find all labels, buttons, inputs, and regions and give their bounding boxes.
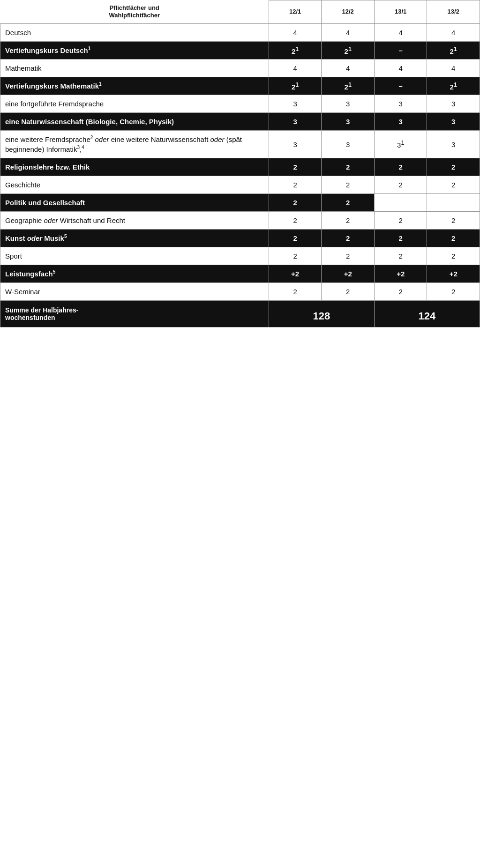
table-row: eine Naturwissenschaft (Biologie, Chemie… [0, 113, 480, 131]
table-row: Deutsch4444 [0, 24, 480, 42]
subject-cell: eine fortgeführte Fremdsprache [0, 95, 269, 113]
subject-cell: W-Seminar [0, 283, 269, 301]
value-cell: 2 [269, 194, 322, 212]
value-cell: 4 [322, 59, 375, 77]
value-cell: 4 [374, 24, 427, 42]
subject-cell: Kunst oder Musik5 [0, 230, 269, 247]
subject-cell: Sport [0, 247, 269, 265]
value-cell: 2 [374, 212, 427, 230]
subject-cell: eine Naturwissenschaft (Biologie, Chemie… [0, 113, 269, 131]
term-header-12-1: 12/1 [269, 0, 322, 24]
value-cell: 2 [269, 176, 322, 194]
table-row: Vertiefungskurs Deutsch12121–21 [0, 42, 480, 59]
value-cell: 2 [427, 176, 480, 194]
subject-cell: Geographie oder Wirtschaft und Recht [0, 212, 269, 230]
value-cell: 3 [427, 131, 480, 158]
value-cell: 2 [322, 230, 375, 247]
table-row: Leistungsfach5+2+2+2+2 [0, 265, 480, 283]
table-row: Religionslehre bzw. Ethik2222 [0, 158, 480, 176]
value-cell: 2 [427, 247, 480, 265]
value-cell: 21 [427, 42, 480, 59]
value-cell: 31 [374, 131, 427, 158]
table-row: eine weitere Fremdsprache2 oder eine wei… [0, 131, 480, 158]
subject-cell: eine weitere Fremdsprache2 oder eine wei… [0, 131, 269, 158]
term-header-13-2: 13/2 [427, 0, 480, 24]
value-cell: 2 [374, 230, 427, 247]
value-cell: 2 [269, 212, 322, 230]
table-row: Kunst oder Musik52222 [0, 230, 480, 247]
value-cell: +2 [427, 265, 480, 283]
value-cell: 3 [427, 95, 480, 113]
table-row: Mathematik4444 [0, 59, 480, 77]
value-cell: 3 [269, 131, 322, 158]
value-cell: 4 [374, 59, 427, 77]
value-cell: 3 [269, 95, 322, 113]
value-cell: 4 [322, 24, 375, 42]
value-cell: +2 [269, 265, 322, 283]
value-cell: 21 [427, 77, 480, 95]
value-cell: 2 [269, 247, 322, 265]
value-cell: – [374, 42, 427, 59]
table-row: Vertiefungskurs Mathematik12121–21 [0, 77, 480, 95]
value-cell: 2 [269, 283, 322, 301]
value-cell: 3 [269, 113, 322, 131]
term-header-12-2: 12/2 [322, 0, 375, 24]
value-cell: 3 [322, 95, 375, 113]
table-row: W-Seminar2222 [0, 283, 480, 301]
value-cell: 3 [427, 113, 480, 131]
value-cell: 2 [322, 158, 375, 176]
value-cell: 2 [269, 158, 322, 176]
value-cell: – [374, 77, 427, 95]
value-cell: 4 [427, 59, 480, 77]
value-cell: 3 [322, 113, 375, 131]
value-cell: 4 [427, 24, 480, 42]
value-cell: 2 [322, 194, 375, 212]
summary-label: Summe der Halbjahres-wochenstunden [0, 301, 269, 327]
value-cell: 2 [322, 283, 375, 301]
table-row: Geschichte2222 [0, 176, 480, 194]
subject-cell: Mathematik [0, 59, 269, 77]
value-cell: 3 [322, 131, 375, 158]
value-cell: 21 [269, 77, 322, 95]
table-row: Geographie oder Wirtschaft und Recht2222 [0, 212, 480, 230]
subject-cell: Geschichte [0, 176, 269, 194]
subject-cell: Vertiefungskurs Mathematik1 [0, 77, 269, 95]
value-cell: +2 [374, 265, 427, 283]
value-cell: 2 [322, 176, 375, 194]
value-cell: 2 [374, 158, 427, 176]
summary-value-12: 128 [269, 301, 374, 327]
subject-cell: Vertiefungskurs Deutsch1 [0, 42, 269, 59]
value-cell: 4 [269, 59, 322, 77]
value-cell: 2 [427, 230, 480, 247]
value-cell: 2 [374, 176, 427, 194]
value-cell [374, 194, 427, 212]
subject-cell: Politik und Gesellschaft [0, 194, 269, 212]
value-cell: 2 [427, 283, 480, 301]
summary-row: Summe der Halbjahres-wochenstunden128124 [0, 301, 480, 327]
subject-header-text: Pflichtfächer und Wahlpflichtfächer [109, 4, 160, 19]
subject-column-header: Pflichtfächer und Wahlpflichtfächer [0, 0, 269, 24]
table-row: Politik und Gesellschaft22 [0, 194, 480, 212]
value-cell: 2 [322, 247, 375, 265]
table-row: eine fortgeführte Fremdsprache3333 [0, 95, 480, 113]
value-cell: 21 [322, 42, 375, 59]
value-cell: +2 [322, 265, 375, 283]
table-row: Sport2222 [0, 247, 480, 265]
value-cell [427, 194, 480, 212]
subject-cell: Leistungsfach5 [0, 265, 269, 283]
subject-cell: Religionslehre bzw. Ethik [0, 158, 269, 176]
summary-value-13: 124 [374, 301, 480, 327]
term-header-13-1: 13/1 [374, 0, 427, 24]
value-cell: 2 [322, 212, 375, 230]
value-cell: 2 [374, 283, 427, 301]
subject-cell: Deutsch [0, 24, 269, 42]
value-cell: 2 [269, 230, 322, 247]
value-cell: 2 [427, 158, 480, 176]
value-cell: 3 [374, 113, 427, 131]
value-cell: 21 [322, 77, 375, 95]
value-cell: 21 [269, 42, 322, 59]
value-cell: 2 [374, 247, 427, 265]
value-cell: 2 [427, 212, 480, 230]
value-cell: 3 [374, 95, 427, 113]
value-cell: 4 [269, 24, 322, 42]
